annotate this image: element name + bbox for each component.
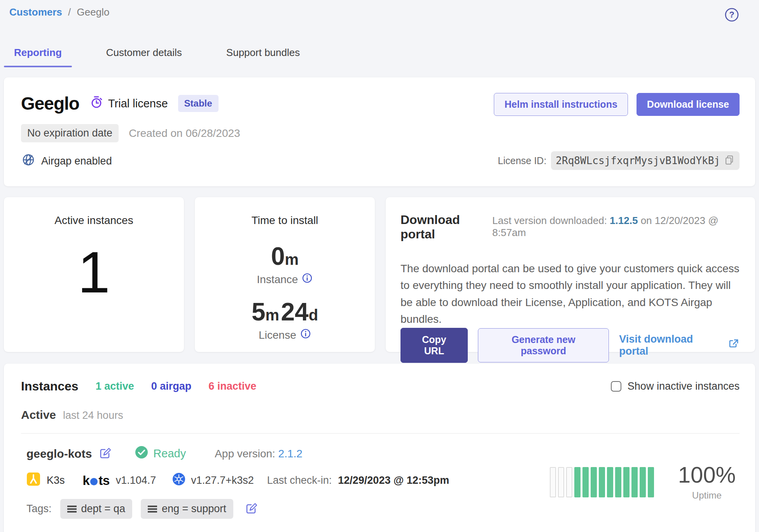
airgap-label: Airgap enabled: [41, 155, 112, 167]
license-install-label: License: [259, 329, 296, 341]
edit-name-icon[interactable]: [99, 447, 111, 461]
tag-bars-icon: [67, 508, 77, 510]
distribution-label: K3s: [47, 474, 65, 486]
instance-install-label-row: Instance: [203, 273, 367, 286]
active-group-range: last 24 hours: [63, 410, 123, 422]
license-id-label: License ID:: [498, 155, 546, 166]
helm-install-button[interactable]: Helm install instructions: [494, 93, 628, 116]
info-icon[interactable]: [300, 328, 311, 342]
visit-download-portal-link[interactable]: Visit download portal: [619, 333, 740, 357]
active-count[interactable]: 1 active: [96, 380, 134, 392]
show-inactive-label: Show inactive instances: [628, 380, 740, 392]
license-id-chip: 2Rq8WLcsjfxqrMysjvB1WodYkBj: [551, 151, 740, 170]
uptime-percentage: 100%: [678, 464, 736, 486]
instance-counts: 1 active 0 airgap 6 inactive: [96, 380, 257, 392]
last-version-link[interactable]: 1.12.5: [610, 215, 638, 226]
help-icon[interactable]: ?: [724, 7, 740, 23]
kubernetes-version: v1.27.7+k3s2: [191, 474, 254, 486]
created-date: Created on 06/28/2023: [129, 127, 240, 140]
instance-install-label: Instance: [257, 273, 298, 286]
license-install-label-row: License: [203, 328, 367, 342]
license-install-time: 5m 24d: [203, 299, 367, 324]
info-icon[interactable]: [302, 273, 313, 286]
tag-pill: eng = support: [141, 499, 233, 519]
active-instances-title: Active instances: [12, 214, 176, 227]
active-instances-card: Active instances 1: [4, 197, 184, 352]
stats-row: Active instances 1 Time to install 0m In…: [4, 197, 755, 352]
license-install-number-2: 24: [281, 298, 309, 326]
edit-tags-icon[interactable]: [245, 502, 257, 516]
kots-version: v1.104.7: [116, 474, 156, 486]
tab-bar: Reporting Customer details Support bundl…: [4, 41, 755, 67]
tag-pill: dept = qa: [60, 499, 132, 519]
time-to-install-card: Time to install 0m Instance 5m 24d Licen…: [195, 197, 375, 352]
license-id-value: 2Rq8WLcsjfxqrMysjvB1WodYkBj: [556, 155, 720, 166]
license-type: Trial license: [89, 95, 168, 112]
check-circle-icon: [135, 445, 149, 462]
breadcrumb-current: Geeglo: [77, 6, 110, 18]
app-version-link[interactable]: 2.1.2: [278, 448, 303, 460]
instances-card: Instances 1 active 0 airgap 6 inactive S…: [4, 364, 755, 532]
tag-bars-icon: [148, 508, 157, 510]
download-portal-card: Download portal Last version downloaded:…: [386, 197, 755, 352]
last-checkin-value: 12/29/2023 @ 12:53pm: [338, 474, 449, 486]
license-install-number-1: 5: [252, 298, 266, 326]
k3s-icon: [26, 472, 40, 489]
show-inactive-toggle[interactable]: Show inactive instances: [611, 380, 740, 392]
instance-install-time: 0m: [203, 244, 367, 269]
time-to-install-title: Time to install: [203, 214, 367, 227]
kots-logo: kts: [83, 473, 110, 488]
show-inactive-checkbox[interactable]: [611, 381, 621, 392]
instance-row: geeglo-kots Ready App version: 2.1.2: [21, 433, 740, 532]
copy-url-button[interactable]: Copy URL: [400, 328, 468, 363]
download-portal-title: Download portal: [400, 213, 492, 242]
license-install-unit-2: d: [309, 306, 318, 324]
tags-list: dept = qa eng = support: [52, 499, 233, 519]
svg-text:?: ?: [729, 10, 734, 19]
breadcrumb-separator: /: [68, 6, 71, 18]
airgap-globe-icon: [21, 152, 36, 170]
app-version: App version: 2.1.2: [215, 448, 303, 460]
status-label: Ready: [153, 447, 186, 460]
expiration-badge: No expiration date: [21, 124, 119, 142]
instances-title: Instances: [21, 379, 79, 394]
download-license-button[interactable]: Download license: [637, 93, 740, 116]
instance-install-unit: m: [285, 251, 299, 268]
uptime-stat: 100% Uptime: [678, 464, 736, 501]
active-group-title: Active: [21, 408, 56, 422]
license-install-unit-1: m: [265, 306, 279, 324]
inactive-count[interactable]: 6 inactive: [208, 380, 256, 392]
breadcrumb-customers-link[interactable]: Customers: [9, 6, 62, 18]
generate-password-button[interactable]: Generate new password: [478, 328, 609, 362]
instance-install-number: 0: [271, 242, 285, 270]
last-version-downloaded: Last version downloaded: 1.12.5 on 12/20…: [492, 215, 740, 239]
airgap-count[interactable]: 0 airgap: [151, 380, 192, 392]
tab-customer-details[interactable]: Customer details: [101, 41, 187, 67]
top-bar: Customers / Geeglo ?: [4, 0, 755, 23]
status-badge: Ready: [135, 445, 186, 462]
tag-text: dept = qa: [81, 503, 125, 515]
stopwatch-icon: [89, 95, 103, 112]
external-link-icon: [728, 338, 740, 352]
active-instances-count: 1: [12, 243, 176, 301]
kubernetes-version-group: v1.27.7+k3s2: [172, 472, 254, 488]
tab-support-bundles[interactable]: Support bundles: [222, 41, 304, 67]
license-type-label: Trial license: [108, 97, 168, 110]
distribution: K3s: [26, 472, 65, 489]
last-version-label: Last version downloaded:: [492, 215, 607, 226]
tags-label: Tags:: [26, 503, 52, 515]
kots-logo-o: [90, 478, 98, 485]
breadcrumb: Customers / Geeglo: [9, 6, 109, 18]
customer-name: Geeglo: [21, 93, 79, 114]
app-version-label: App version:: [215, 448, 275, 460]
channel-badge: Stable: [178, 95, 219, 112]
visit-portal-label: Visit download portal: [619, 333, 723, 357]
download-portal-description: The download portal can be used to give …: [400, 260, 740, 328]
last-checkin-label: Last check-in:: [267, 474, 332, 486]
copy-icon[interactable]: [724, 154, 735, 167]
kubernetes-icon: [172, 472, 185, 488]
tab-reporting[interactable]: Reporting: [9, 41, 66, 67]
uptime-bar-chart: [550, 467, 654, 497]
uptime-label: Uptime: [678, 490, 736, 501]
tag-text: eng = support: [162, 503, 226, 515]
